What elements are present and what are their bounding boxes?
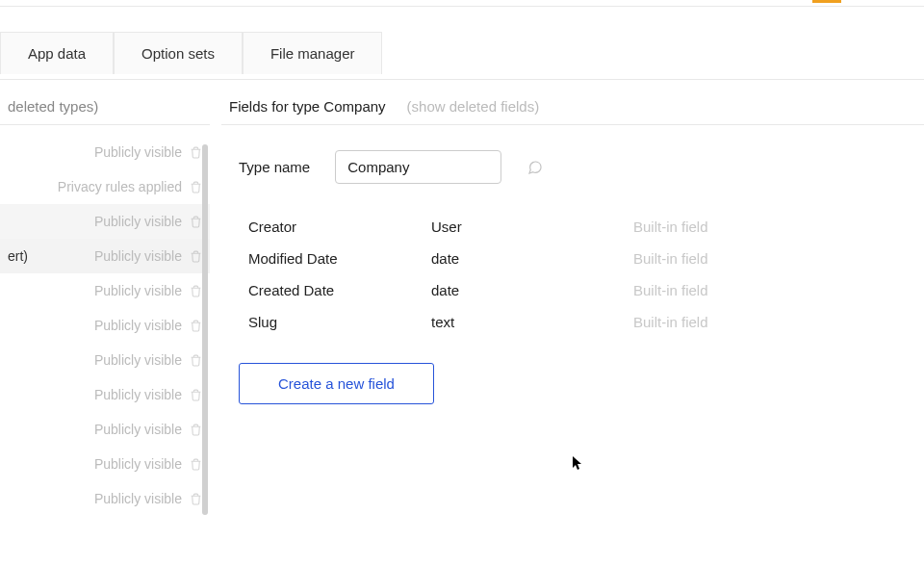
visibility-label: Publicly visible bbox=[94, 318, 182, 333]
visibility-label: Publicly visible bbox=[94, 456, 182, 472]
field-builtin-label: Built-in field bbox=[633, 250, 708, 267]
field-type: date bbox=[431, 282, 633, 298]
trash-icon[interactable] bbox=[190, 215, 202, 229]
scrollbar[interactable] bbox=[202, 144, 208, 515]
type-row[interactable]: ert) Publicly visible bbox=[0, 239, 210, 273]
type-row[interactable]: Publicly visible bbox=[0, 343, 210, 377]
type-row[interactable]: Privacy rules applied bbox=[0, 169, 210, 204]
field-row: Creator User Built-in field bbox=[248, 211, 897, 243]
type-row[interactable]: Publicly visible bbox=[0, 204, 210, 239]
tab-file-manager[interactable]: File manager bbox=[243, 32, 383, 74]
visibility-label: Publicly visible bbox=[94, 144, 182, 160]
tab-option-sets[interactable]: Option sets bbox=[114, 32, 243, 74]
create-field-button[interactable]: Create a new field bbox=[239, 363, 434, 404]
field-type: date bbox=[431, 250, 633, 267]
visibility-label: Publicly visible bbox=[94, 248, 182, 264]
visibility-label: Privacy rules applied bbox=[58, 179, 182, 194]
type-row[interactable]: Publicly visible bbox=[0, 273, 210, 308]
visibility-label: Publicly visible bbox=[94, 214, 182, 229]
tab-app-data[interactable]: App data bbox=[0, 32, 114, 74]
field-name: Created Date bbox=[248, 282, 431, 298]
field-row: Slug text Built-in field bbox=[248, 306, 897, 338]
fields-table: Creator User Built-in field Modified Dat… bbox=[221, 211, 924, 338]
field-row: Created Date date Built-in field bbox=[248, 274, 897, 306]
type-row[interactable]: Publicly visible bbox=[0, 377, 210, 412]
trash-icon[interactable] bbox=[190, 353, 202, 368]
trash-icon[interactable] bbox=[190, 457, 202, 472]
visibility-label: Publicly visible bbox=[94, 422, 182, 437]
field-name: Slug bbox=[248, 314, 431, 330]
sidebar-header-deleted-types[interactable]: deleted types) bbox=[8, 98, 98, 115]
trash-icon[interactable] bbox=[190, 249, 202, 264]
sidebar: deleted types) Publicly visible Privacy … bbox=[0, 89, 210, 566]
field-builtin-label: Built-in field bbox=[633, 282, 708, 298]
trash-icon[interactable] bbox=[190, 180, 202, 194]
field-name: Modified Date bbox=[248, 250, 431, 267]
type-row[interactable]: Publicly visible bbox=[0, 308, 210, 343]
visibility-label: Publicly visible bbox=[94, 283, 182, 298]
visibility-label: Publicly visible bbox=[94, 387, 182, 402]
trash-icon[interactable] bbox=[190, 319, 202, 333]
trash-icon[interactable] bbox=[190, 388, 202, 402]
field-type: User bbox=[431, 219, 633, 235]
field-row: Modified Date date Built-in field bbox=[248, 243, 897, 274]
trash-icon[interactable] bbox=[190, 284, 202, 298]
main-title: Fields for type Company bbox=[229, 98, 386, 115]
type-row[interactable]: Publicly visible bbox=[0, 447, 210, 481]
type-name-input[interactable] bbox=[335, 150, 501, 184]
show-deleted-fields[interactable]: (show deleted fields) bbox=[407, 98, 540, 115]
type-name: ert) bbox=[8, 248, 28, 264]
trash-icon[interactable] bbox=[190, 492, 202, 506]
type-list: Publicly visible Privacy rules applied P… bbox=[0, 135, 210, 516]
visibility-label: Publicly visible bbox=[94, 352, 182, 368]
type-name-label: Type name bbox=[239, 159, 310, 175]
tabs: App data Option sets File manager bbox=[0, 32, 382, 74]
field-type: text bbox=[431, 314, 633, 330]
comment-icon[interactable] bbox=[526, 160, 544, 175]
type-row[interactable]: Publicly visible bbox=[0, 412, 210, 447]
field-builtin-label: Built-in field bbox=[633, 219, 708, 235]
visibility-label: Publicly visible bbox=[94, 491, 182, 506]
type-row[interactable]: Publicly visible bbox=[0, 135, 210, 169]
trash-icon[interactable] bbox=[190, 423, 202, 437]
field-name: Creator bbox=[248, 219, 431, 235]
field-builtin-label: Built-in field bbox=[633, 314, 708, 330]
type-row[interactable]: Publicly visible bbox=[0, 481, 210, 516]
trash-icon[interactable] bbox=[190, 145, 202, 160]
main-area: Fields for type Company (show deleted fi… bbox=[221, 89, 924, 566]
